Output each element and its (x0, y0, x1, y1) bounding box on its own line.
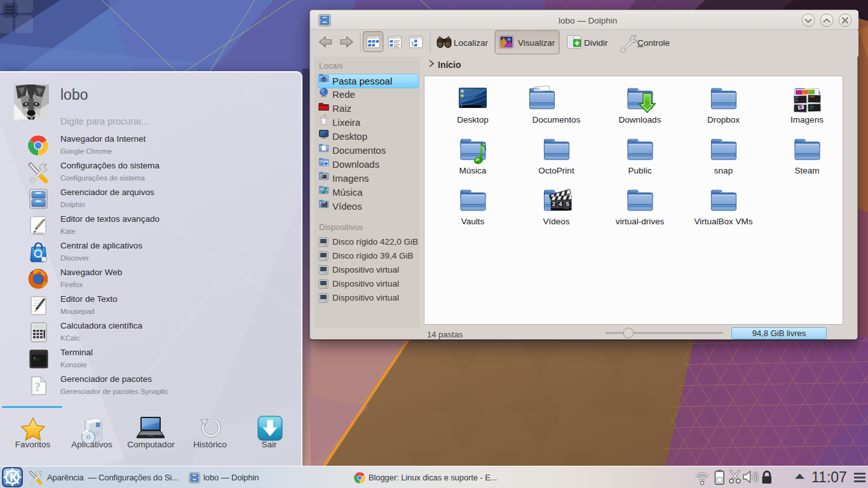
svg-text:4: 4 (559, 201, 562, 207)
svg-text:>_: >_ (33, 355, 39, 361)
svg-text:?: ? (34, 380, 41, 394)
svg-text:5: 5 (566, 201, 569, 207)
svg-text:2: 2 (552, 201, 555, 207)
